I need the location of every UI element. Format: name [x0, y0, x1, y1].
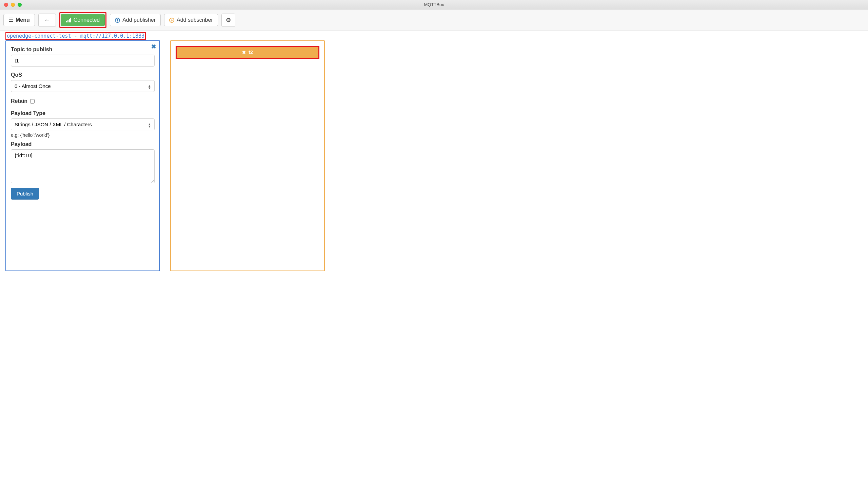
retain-row: Retain	[11, 98, 35, 104]
subscriber-panel: t2	[170, 40, 325, 271]
minimize-window-button[interactable]	[11, 3, 15, 7]
topic-label: Topic to publish	[11, 46, 155, 53]
toolbar: Menu Connected ⇡ Add publisher ⇣ Add sub…	[0, 10, 868, 31]
workspace: ✖ Topic to publish QoS ▴▾ Retain Payload…	[0, 40, 868, 277]
back-arrow-icon	[44, 17, 50, 24]
connected-button[interactable]: Connected	[61, 14, 105, 26]
add-publisher-button[interactable]: ⇡ Add publisher	[110, 14, 161, 26]
connected-highlight: Connected	[59, 12, 106, 28]
menu-button[interactable]: Menu	[3, 14, 35, 26]
payload-type-label: Payload Type	[11, 110, 155, 116]
payload-label: Payload	[11, 141, 155, 147]
upload-icon: ⇡	[115, 18, 120, 23]
back-button[interactable]	[38, 14, 56, 27]
maximize-window-button[interactable]	[18, 3, 22, 7]
publish-button[interactable]: Publish	[11, 188, 39, 200]
close-publisher-button[interactable]: ✖	[151, 43, 156, 50]
payload-type-select[interactable]	[11, 118, 155, 130]
close-window-button[interactable]	[4, 3, 8, 7]
menu-icon	[8, 17, 13, 23]
qos-select[interactable]	[11, 80, 155, 92]
payload-textarea[interactable]	[11, 149, 155, 183]
settings-button[interactable]	[221, 14, 235, 27]
signal-icon	[66, 18, 71, 22]
publisher-panel: ✖ Topic to publish QoS ▴▾ Retain Payload…	[5, 40, 160, 271]
retain-checkbox[interactable]	[30, 99, 35, 104]
subscriber-topic: t2	[249, 50, 253, 55]
qos-label: QoS	[11, 72, 155, 78]
window-titlebar: MQTTBox	[0, 0, 868, 10]
add-publisher-label: Add publisher	[122, 17, 156, 23]
add-subscriber-button[interactable]: ⇣ Add subscriber	[164, 14, 218, 26]
topic-input[interactable]	[11, 55, 155, 67]
add-subscriber-label: Add subscriber	[177, 17, 213, 23]
retain-label: Retain	[11, 98, 27, 104]
traffic-lights	[4, 3, 22, 7]
connected-label: Connected	[74, 17, 100, 23]
connection-string: openedge-connect-test - mqtt://127.0.0.1…	[5, 32, 146, 40]
download-icon: ⇣	[169, 18, 174, 23]
subscriber-header[interactable]: t2	[176, 46, 319, 59]
window-title: MQTTBox	[424, 2, 444, 7]
close-subscriber-icon[interactable]	[242, 50, 246, 55]
menu-label: Menu	[16, 17, 30, 23]
gear-icon	[226, 17, 231, 24]
